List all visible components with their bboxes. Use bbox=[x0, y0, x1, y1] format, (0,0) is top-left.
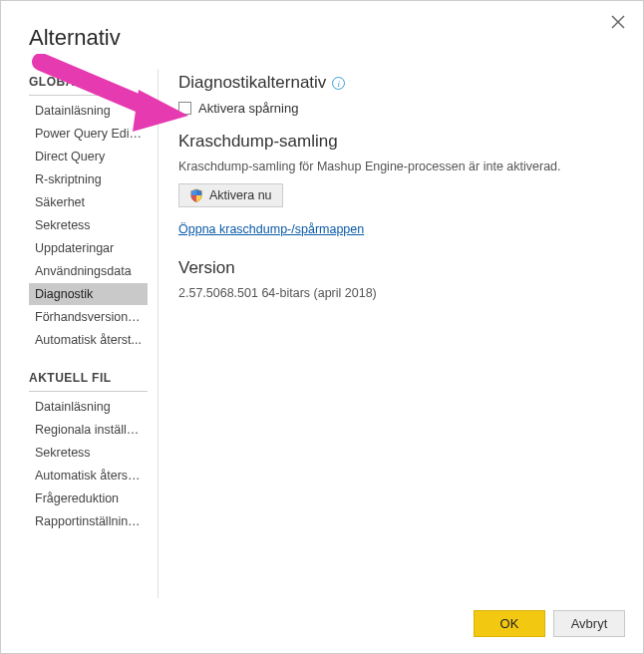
sidebar-item[interactable]: Frågereduktion bbox=[29, 488, 148, 509]
dialog-footer: OK Avbryt bbox=[1, 598, 643, 653]
ok-button[interactable]: OK bbox=[474, 610, 545, 637]
content-pane: Diagnostikalternativ i Aktivera spårning… bbox=[159, 69, 625, 598]
sidebar-item[interactable]: Rapportinställningar bbox=[29, 510, 148, 532]
sidebar-item[interactable]: Datainläsning bbox=[29, 396, 148, 418]
enable-tracing-label: Aktivera spårning bbox=[198, 101, 298, 116]
version-heading: Version bbox=[178, 258, 615, 278]
sidebar-item[interactable]: Regionala inställni... bbox=[29, 419, 148, 441]
sidebar-item[interactable]: Diagnostik bbox=[29, 283, 148, 305]
dialog-body: GLOBALDatainläsningPower Query EditorDir… bbox=[1, 69, 643, 598]
sidebar-item[interactable]: Datainläsning bbox=[29, 100, 148, 122]
crash-dump-description: Kraschdump-samling för Mashup Engine-pro… bbox=[178, 160, 615, 173]
sidebar-section-header: AKTUELL FIL bbox=[29, 365, 148, 392]
enable-tracing-checkbox[interactable]: Aktivera spårning bbox=[178, 101, 615, 116]
sidebar: GLOBALDatainläsningPower Query EditorDir… bbox=[29, 69, 159, 598]
sidebar-item[interactable]: Uppdateringar bbox=[29, 237, 148, 259]
cancel-button[interactable]: Avbryt bbox=[553, 610, 625, 637]
dialog-title: Alternativ bbox=[1, 1, 643, 69]
sidebar-item[interactable]: Direct Query bbox=[29, 146, 148, 167]
sidebar-nav-list: DatainläsningRegionala inställni...Sekre… bbox=[29, 396, 158, 532]
diag-options-heading: Diagnostikalternativ i bbox=[178, 73, 615, 93]
open-crash-folder-link[interactable]: Öppna kraschdump-/spårmappen bbox=[178, 222, 364, 236]
diag-options-heading-text: Diagnostikalternativ bbox=[178, 73, 326, 93]
info-icon[interactable]: i bbox=[332, 77, 345, 90]
sidebar-item[interactable]: Automatisk återstä... bbox=[29, 465, 148, 487]
enable-now-button[interactable]: Aktivera nu bbox=[178, 183, 283, 207]
close-icon bbox=[611, 15, 625, 29]
enable-now-label: Aktivera nu bbox=[209, 188, 272, 202]
sidebar-item[interactable]: Säkerhet bbox=[29, 191, 148, 213]
sidebar-item[interactable]: Användningsdata bbox=[29, 260, 148, 282]
sidebar-item[interactable]: Power Query Editor bbox=[29, 123, 148, 145]
options-dialog: Alternativ GLOBALDatainläsningPower Quer… bbox=[0, 0, 644, 654]
checkbox-box-icon bbox=[178, 102, 191, 115]
version-text: 2.57.5068.501 64-bitars (april 2018) bbox=[178, 286, 615, 300]
sidebar-item[interactable]: Sekretess bbox=[29, 442, 148, 464]
sidebar-item[interactable]: Förhandsversionsf... bbox=[29, 306, 148, 328]
crash-dump-heading: Kraschdump-samling bbox=[178, 132, 615, 152]
close-button[interactable] bbox=[611, 15, 625, 29]
sidebar-item[interactable]: Automatisk återst... bbox=[29, 329, 148, 351]
shield-icon bbox=[189, 188, 203, 202]
sidebar-item[interactable]: Sekretess bbox=[29, 214, 148, 236]
sidebar-section-header: GLOBAL bbox=[29, 69, 148, 96]
sidebar-nav-list: DatainläsningPower Query EditorDirect Qu… bbox=[29, 100, 158, 351]
sidebar-item[interactable]: R-skriptning bbox=[29, 168, 148, 190]
